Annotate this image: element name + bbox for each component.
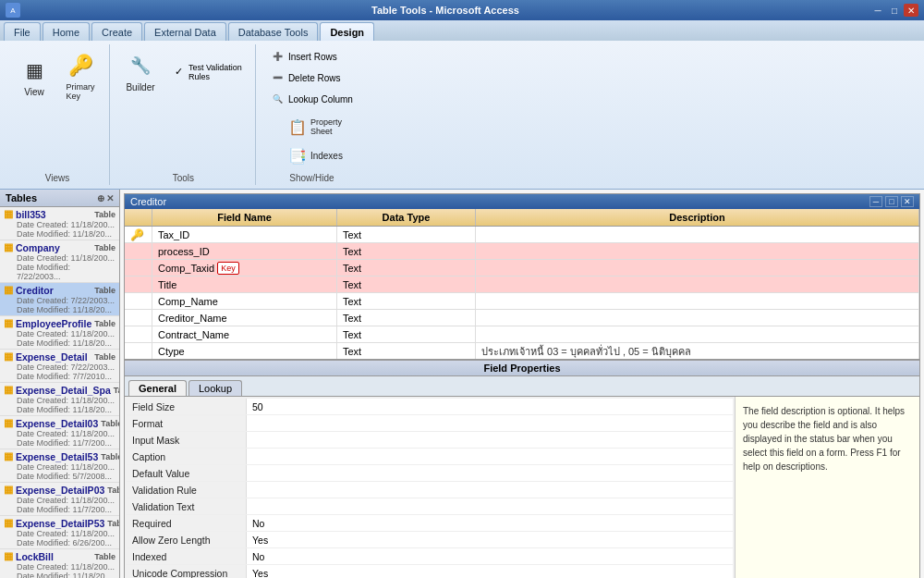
row-data-type[interactable]: Text [337,277,476,292]
tab-database-tools[interactable]: Database Tools [228,22,319,41]
grid-header: Field Name Data Type Description [125,209,919,227]
tab-home[interactable]: Home [43,22,90,41]
tab-create[interactable]: Create [91,22,142,41]
table-item-expense-detailp03[interactable]: ▦Expense_DetailP03Table Date Created: 11… [0,483,119,516]
row-description[interactable] [476,227,919,242]
prop-value-field-size[interactable]: 50 [247,399,733,414]
table-row[interactable]: process_ID Text [125,243,919,260]
row-data-type[interactable]: Text [337,260,476,276]
prop-value-indexed[interactable]: No [247,548,733,564]
indexes-button[interactable]: 📑 Indexes [282,142,349,169]
row-description[interactable] [476,310,919,326]
view-button[interactable]: ▦ View [13,51,55,102]
field-properties-body: Field Size 50 Format Input Mask Capt [125,397,919,578]
row-data-type[interactable]: Text [337,326,476,342]
table-row[interactable]: Comp_Name Text [125,293,919,310]
window-controls[interactable]: ─ □ ✕ [870,4,918,17]
table-item-company[interactable]: ▦CompanyTable Date Created: 11/18/200...… [0,240,119,283]
table-item-employeeprofile[interactable]: ▦EmployeeProfileTable Date Created: 11/1… [0,316,119,350]
row-description[interactable] [476,260,919,276]
key-icon: 🔑 [66,51,95,80]
show-hide-buttons: ➕ Insert Rows ➖ Delete Rows 🔍 Lookup Col… [265,46,359,109]
table-row[interactable]: Contract_Name Text [125,326,919,343]
prop-validation-rule: Validation Rule [127,482,733,498]
table-row[interactable]: Title Text [125,277,919,293]
table-row[interactable]: 🔑 Tax_ID Text [125,227,919,243]
row-description[interactable] [476,243,919,259]
prop-value-required[interactable]: No [247,515,733,531]
primary-key-button[interactable]: 🔑 PrimaryKey [59,46,102,105]
prop-value-format[interactable] [247,415,733,431]
tab-external-data[interactable]: External Data [144,22,226,41]
prop-label-validation-text: Validation Text [127,498,247,514]
row-field-name[interactable]: Comp_Name [152,293,337,309]
table-item-expense-detail-spa[interactable]: ▦Expense_Detail_SpaTable Date Created: 1… [0,383,119,416]
table-icon: ▦ [4,208,13,220]
minimize-button[interactable]: ─ [870,4,885,17]
table-item-bill353[interactable]: ▦bill353Table Date Created: 11/18/200...… [0,207,119,240]
tab-design[interactable]: Design [320,22,374,41]
tab-lookup[interactable]: Lookup [188,380,242,396]
table-row[interactable]: Ctype Text ประเภทเจ้าหนี้ 03 = บุคคลทั่ว… [125,343,919,359]
ribbon: File Home Create External Data Database … [0,20,924,190]
prop-value-allow-zero-length[interactable]: Yes [247,532,733,547]
window-controls[interactable]: ─ □ ✕ [869,196,914,207]
tab-general[interactable]: General [128,380,187,396]
prop-value-validation-text[interactable] [247,498,733,514]
row-field-name[interactable]: Creditor_Name [152,310,337,326]
property-sheet-button[interactable]: 📋 PropertySheet [282,113,349,141]
row-data-type[interactable]: Text [337,310,476,326]
lookup-column-button[interactable]: 🔍 Lookup Column [265,89,359,109]
row-description[interactable] [476,293,919,309]
table-row[interactable]: Creditor_Name Text [125,310,919,326]
panel-search-icon[interactable]: ⊕ [97,193,104,203]
test-validation-button[interactable]: ✓ Test ValidationRules [165,60,248,84]
row-key-cell [125,326,152,342]
maximize-button[interactable]: □ [887,4,902,17]
insert-rows-button[interactable]: ➕ Insert Rows [265,46,359,67]
table-icon: ▦ [4,384,13,396]
views-buttons: ▦ View 🔑 PrimaryKey [13,46,102,105]
window-restore[interactable]: □ [885,196,898,207]
row-field-name[interactable]: Title [152,277,337,292]
tools-buttons: 🔧 Builder ✓ Test ValidationRules [119,46,248,97]
row-description[interactable] [476,326,919,342]
prop-value-unicode-compression[interactable]: Yes [247,565,733,578]
field-properties: Field Properties General Lookup Field Si… [125,359,919,578]
tab-file[interactable]: File [4,22,41,41]
close-button[interactable]: ✕ [904,4,918,17]
row-field-name[interactable]: Ctype [152,343,337,359]
prop-value-input-mask[interactable] [247,432,733,448]
row-description[interactable]: ประเภทเจ้าหนี้ 03 = บุคคลทั่วไป , 05 = น… [476,343,919,359]
row-key-cell [125,277,152,292]
table-item-expense-detail53[interactable]: ▦Expense_Detail53Table Date Created: 11/… [0,449,119,483]
table-row[interactable]: Comp_Taxid Key Text [125,260,919,277]
panel-close-icon[interactable]: ✕ [106,193,114,203]
row-field-name[interactable]: process_ID [152,243,337,259]
prop-value-default-value[interactable] [247,465,733,481]
row-data-type[interactable]: Text [337,293,476,309]
row-data-type[interactable]: Text [337,227,476,242]
delete-rows-button[interactable]: ➖ Delete Rows [265,68,359,88]
table-icon: ▦ [4,517,13,529]
table-item-creditor[interactable]: ▦CreditorTable Date Created: 7/22/2003..… [0,283,119,316]
delete-rows-label: Delete Rows [288,73,341,83]
builder-button[interactable]: 🔧 Builder [119,46,162,97]
prop-default-value: Default Value [127,465,733,482]
table-item-expense-detail03[interactable]: ▦Expense_Detail03Table Date Created: 11/… [0,416,119,449]
window-minimize[interactable]: ─ [869,196,882,207]
row-description[interactable] [476,277,919,292]
table-item-expense-detail[interactable]: ▦Expense_DetailTable Date Created: 7/22/… [0,350,119,383]
property-sheet-icon: 📋 [288,118,307,136]
table-item-expense-detailp53[interactable]: ▦Expense_DetailP53Table Date Created: 11… [0,516,119,549]
prop-value-caption[interactable] [247,449,733,464]
view-icon: ▦ [19,55,49,85]
window-close[interactable]: ✕ [901,196,914,207]
row-data-type[interactable]: Text [337,343,476,359]
row-data-type[interactable]: Text [337,243,476,259]
row-field-name[interactable]: Contract_Name [152,326,337,342]
row-field-name[interactable]: Comp_Taxid Key [152,260,337,276]
prop-value-validation-rule[interactable] [247,482,733,498]
table-item-lockbill[interactable]: ▦LockBillTable Date Created: 11/18/200..… [0,549,119,578]
row-field-name[interactable]: Tax_ID [152,227,337,242]
